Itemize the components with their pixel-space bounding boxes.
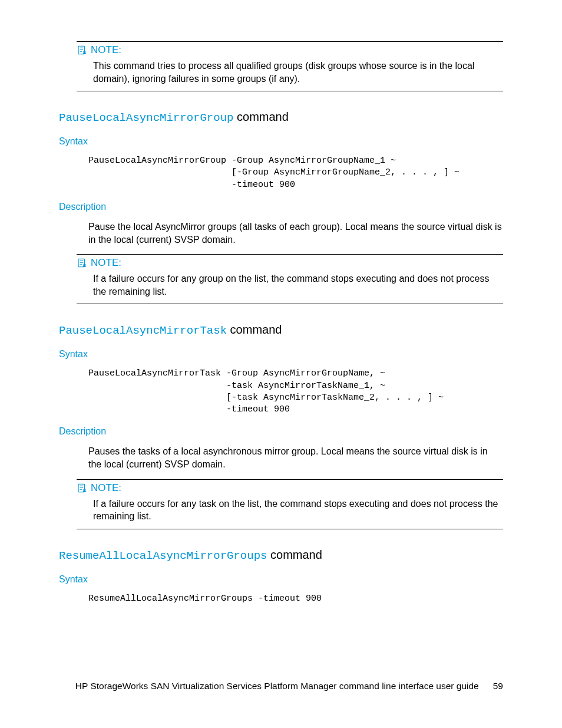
note-block-3: NOTE: If a failure occurs for any task o… [77,479,503,529]
command-suffix: command [267,548,322,561]
command-name: ResumeAllLocalAsyncMirrorGroups [59,549,267,562]
section-heading-pause-task: PauseLocalAsyncMirrorTask command [59,323,503,337]
description-label: Description [59,202,503,212]
section-heading-resume-all: ResumeAllLocalAsyncMirrorGroups command [59,548,503,562]
note-icon [77,258,87,268]
syntax-label: Syntax [59,349,503,360]
description-label: Description [59,426,503,437]
syntax-code-block: PauseLocalAsyncMirrorGroup -Group AsyncM… [88,155,503,191]
note-label: NOTE: [91,257,121,269]
note-body-text: This command tries to process all qualif… [93,60,503,85]
command-name: PauseLocalAsyncMirrorGroup [59,111,233,124]
note-header: NOTE: [77,257,503,269]
note-header: NOTE: [77,482,503,494]
note-block-1: NOTE: This command tries to process all … [77,41,503,91]
note-label: NOTE: [91,44,121,56]
note-label: NOTE: [91,482,121,494]
section-heading-pause-group: PauseLocalAsyncMirrorGroup command [59,110,503,124]
syntax-label: Syntax [59,574,503,585]
footer-title: HP StorageWorks SAN Virtualization Servi… [75,681,479,691]
syntax-code-block: PauseLocalAsyncMirrorTask -Group AsyncMi… [88,368,503,416]
description-body: Pauses the tasks of a local asynchronous… [88,445,503,470]
note-header: NOTE: [77,44,503,56]
note-block-2: NOTE: If a failure occurs for any group … [77,254,503,304]
note-icon [77,45,87,55]
command-suffix: command [227,323,282,336]
note-icon [77,483,87,493]
command-suffix: command [233,110,288,123]
description-body: Pause the local AsyncMirror groups (all … [88,220,503,246]
page-footer: HP StorageWorks SAN Virtualization Servi… [59,680,503,693]
syntax-label: Syntax [59,136,503,147]
note-body-text: If a failure occurs for any group on the… [93,272,503,298]
syntax-code-block: ResumeAllLocalAsyncMirrorGroups -timeout… [88,593,503,605]
page-number: 59 [493,680,503,693]
command-name: PauseLocalAsyncMirrorTask [59,324,227,337]
note-body-text: If a failure occurs for any task on the … [93,498,503,523]
page-container: NOTE: This command tries to process all … [0,0,562,728]
